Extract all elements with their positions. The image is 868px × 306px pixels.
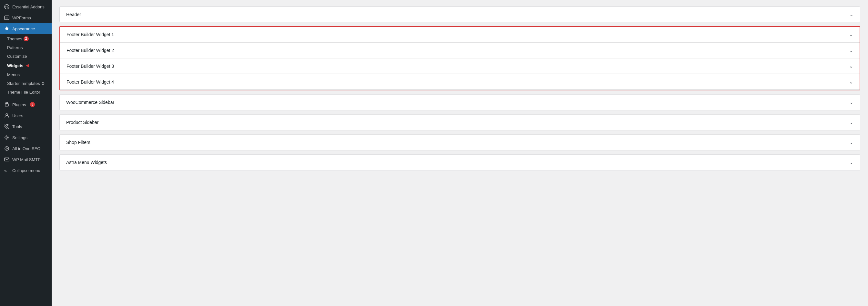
main-content: Header ⌄ Footer Builder Widget 1 ⌄ Foote… (52, 0, 868, 306)
header-widget-area: Header ⌄ (59, 6, 860, 22)
svg-text:«: « (4, 168, 7, 173)
sidebar-item-wpforms[interactable]: WPForms (0, 12, 52, 23)
shop-filters-chevron-icon: ⌄ (849, 139, 854, 145)
wp-mail-smtp-icon (4, 157, 10, 162)
widgets-label: Widgets (7, 63, 23, 68)
starter-templates-label: Starter Templates (7, 81, 40, 86)
footer-widget-4-chevron-icon: ⌄ (849, 79, 853, 85)
footer-widget-3-title: Footer Builder Widget 3 (66, 64, 114, 69)
header-chevron-icon: ⌄ (849, 11, 854, 18)
all-in-one-seo-label: All in One SEO (12, 146, 40, 151)
sidebar-item-collapse-menu[interactable]: « Collapse menu (0, 165, 52, 176)
shop-filters-title: Shop Filters (66, 140, 90, 145)
collapse-label: Collapse menu (12, 168, 40, 173)
header-widget-title: Header (66, 12, 81, 17)
wp-mail-smtp-label: WP Mail SMTP (12, 157, 41, 162)
product-sidebar-toggle[interactable]: Product Sidebar ⌄ (60, 115, 860, 130)
astra-menu-widgets-title: Astra Menu Widgets (66, 160, 107, 165)
astra-menu-widgets-area: Astra Menu Widgets ⌄ (59, 154, 860, 171)
footer-widget-3-chevron-icon: ⌄ (849, 63, 853, 69)
customize-label: Customize (7, 54, 27, 59)
sidebar-sub-item-patterns[interactable]: Patterns (0, 43, 52, 52)
wpforms-icon (4, 15, 10, 21)
users-label: Users (12, 113, 23, 118)
settings-icon (4, 134, 10, 141)
footer-widget-2-toggle[interactable]: Footer Builder Widget 2 ⌄ (60, 42, 860, 58)
starter-templates-icon: ⚙ (41, 81, 45, 86)
woocommerce-sidebar-area: WooCommerce Sidebar ⌄ (59, 94, 860, 111)
svg-point-9 (6, 137, 8, 139)
sidebar-item-users[interactable]: Users (0, 110, 52, 121)
svg-rect-12 (4, 158, 9, 161)
svg-point-11 (6, 148, 7, 149)
woocommerce-sidebar-chevron-icon: ⌄ (849, 99, 854, 105)
svg-rect-2 (4, 16, 9, 20)
footer-widget-4-area: Footer Builder Widget 4 ⌄ (60, 74, 860, 90)
themes-badge: 2 (24, 36, 29, 41)
footer-widget-1-chevron-icon: ⌄ (849, 31, 853, 37)
shop-filters-area: Shop Filters ⌄ (59, 134, 860, 150)
plugins-badge: 8 (30, 102, 35, 107)
footer-widget-4-title: Footer Builder Widget 4 (66, 80, 114, 85)
sidebar-item-label: WPForms (12, 16, 31, 20)
astra-menu-widgets-toggle[interactable]: Astra Menu Widgets ⌄ (60, 155, 860, 170)
product-sidebar-chevron-icon: ⌄ (849, 119, 854, 125)
woocommerce-sidebar-title: WooCommerce Sidebar (66, 100, 114, 105)
sidebar-item-essential-addons[interactable]: EA Essential Addons (0, 1, 52, 12)
svg-text:EA: EA (5, 5, 9, 9)
footer-widget-3-area: Footer Builder Widget 3 ⌄ (60, 58, 860, 74)
menus-label: Menus (7, 72, 20, 77)
sidebar-sub-item-starter-templates[interactable]: Starter Templates ⚙ (0, 79, 52, 88)
theme-file-editor-label: Theme File Editor (7, 90, 40, 95)
product-sidebar-title: Product Sidebar (66, 120, 98, 125)
users-icon (4, 113, 10, 119)
sidebar-item-wp-mail-smtp[interactable]: WP Mail SMTP (0, 154, 52, 165)
sidebar-sub-item-themes[interactable]: Themes 2 (0, 34, 52, 43)
astra-menu-widgets-chevron-icon: ⌄ (849, 159, 854, 165)
svg-point-10 (5, 147, 9, 150)
shop-filters-toggle[interactable]: Shop Filters ⌄ (60, 134, 860, 150)
tools-icon (4, 124, 10, 129)
tools-label: Tools (12, 124, 22, 129)
sidebar-sub-item-theme-file-editor[interactable]: Theme File Editor (0, 88, 52, 96)
product-sidebar-area: Product Sidebar ⌄ (59, 114, 860, 130)
footer-widget-2-title: Footer Builder Widget 2 (66, 48, 114, 53)
footer-widget-2-chevron-icon: ⌄ (849, 47, 853, 53)
themes-label: Themes (7, 36, 22, 41)
footer-widget-2-area: Footer Builder Widget 2 ⌄ (60, 42, 860, 58)
sidebar-item-appearance[interactable]: Appearance (0, 23, 52, 34)
settings-label: Settings (12, 135, 27, 140)
arrow-indicator: ◄ (25, 63, 30, 68)
sidebar-item-settings[interactable]: Settings (0, 132, 52, 143)
footer-widget-3-toggle[interactable]: Footer Builder Widget 3 ⌄ (60, 58, 860, 74)
sidebar-item-label: Essential Addons (12, 4, 44, 9)
collapse-icon: « (4, 167, 10, 173)
woocommerce-sidebar-toggle[interactable]: WooCommerce Sidebar ⌄ (60, 95, 860, 110)
sidebar-sub-item-widgets[interactable]: Widgets ◄ (0, 61, 52, 70)
footer-widget-1-toggle[interactable]: Footer Builder Widget 1 ⌄ (60, 27, 860, 42)
appearance-icon (4, 26, 10, 32)
sidebar-sub-item-customize[interactable]: Customize (0, 52, 52, 61)
plugins-label: Plugins (12, 102, 26, 107)
footer-widget-4-toggle[interactable]: Footer Builder Widget 4 ⌄ (60, 74, 860, 90)
patterns-label: Patterns (7, 45, 23, 50)
all-in-one-seo-icon (4, 146, 10, 151)
essential-addons-icon: EA (4, 4, 10, 10)
sidebar-item-all-in-one-seo[interactable]: All in One SEO (0, 143, 52, 154)
footer-widget-1-title: Footer Builder Widget 1 (66, 32, 114, 37)
sidebar-item-label: Appearance (12, 27, 35, 31)
svg-point-8 (6, 114, 8, 116)
sidebar: EA Essential Addons WPForms Appearance T… (0, 0, 52, 306)
footer-widget-1-area: Footer Builder Widget 1 ⌄ (60, 27, 860, 42)
sidebar-item-tools[interactable]: Tools (0, 121, 52, 132)
plugins-icon (4, 102, 10, 108)
header-widget-toggle[interactable]: Header ⌄ (60, 7, 860, 22)
sidebar-sub-item-menus[interactable]: Menus (0, 70, 52, 79)
footer-widgets-highlighted-group: Footer Builder Widget 1 ⌄ Footer Builder… (59, 26, 860, 90)
sidebar-item-plugins[interactable]: Plugins 8 (0, 99, 52, 110)
